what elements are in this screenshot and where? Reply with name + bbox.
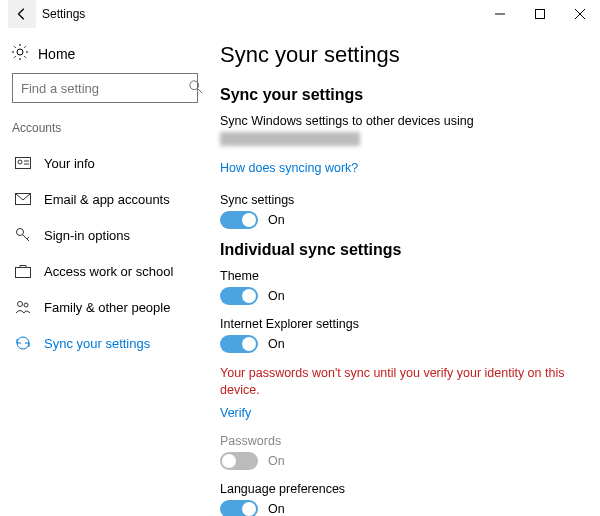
passwords-toggle (220, 452, 258, 470)
mail-icon (14, 193, 32, 205)
sidebar-item-email-accounts[interactable]: Email & app accounts (12, 181, 198, 217)
passwords-label: Passwords (220, 434, 580, 448)
lang-label: Language preferences (220, 482, 580, 496)
section-header-sync: Sync your settings (220, 86, 580, 104)
search-box[interactable] (12, 73, 198, 103)
sync-description: Sync Windows settings to other devices u… (220, 114, 580, 128)
home-label: Home (38, 46, 75, 62)
main-content: Sync your settings Sync your settings Sy… (210, 28, 600, 516)
svg-point-12 (17, 229, 24, 236)
verify-link[interactable]: Verify (220, 406, 251, 420)
ie-label: Internet Explorer settings (220, 317, 580, 331)
sidebar-item-family[interactable]: Family & other people (12, 289, 198, 325)
sync-icon (14, 335, 32, 351)
sidebar-item-label: Email & app accounts (44, 192, 170, 207)
svg-rect-15 (16, 268, 31, 278)
titlebar: Settings (0, 0, 600, 28)
sidebar-item-sync-settings[interactable]: Sync your settings (12, 325, 198, 361)
back-button[interactable] (8, 0, 36, 28)
svg-point-17 (24, 303, 28, 307)
svg-line-14 (27, 237, 29, 239)
window-title: Settings (36, 7, 480, 21)
sidebar-item-label: Sign-in options (44, 228, 130, 243)
lang-state: On (268, 502, 285, 516)
sidebar-item-label: Family & other people (44, 300, 170, 315)
lang-toggle[interactable] (220, 500, 258, 516)
search-icon (189, 80, 203, 97)
sync-settings-label: Sync settings (220, 193, 580, 207)
briefcase-icon (14, 264, 32, 278)
close-button[interactable] (560, 0, 600, 28)
sidebar-item-label: Sync your settings (44, 336, 150, 351)
page-title: Sync your settings (220, 42, 580, 68)
sync-settings-state: On (268, 213, 285, 227)
sidebar-item-work-school[interactable]: Access work or school (12, 253, 198, 289)
key-icon (14, 227, 32, 243)
search-input[interactable] (21, 81, 189, 96)
person-card-icon (14, 157, 32, 169)
sidebar-item-signin-options[interactable]: Sign-in options (12, 217, 198, 253)
svg-point-5 (190, 80, 199, 89)
account-name-redacted (220, 132, 360, 146)
ie-toggle[interactable] (220, 335, 258, 353)
theme-label: Theme (220, 269, 580, 283)
sidebar-group-header: Accounts (12, 121, 198, 135)
password-warning: Your passwords won't sync until you veri… (220, 365, 580, 399)
svg-rect-1 (536, 9, 545, 18)
gear-icon (12, 44, 28, 63)
sidebar: Home Accounts Your info Email & app acco… (0, 28, 210, 516)
minimize-button[interactable] (480, 0, 520, 28)
people-icon (14, 300, 32, 314)
section-header-individual: Individual sync settings (220, 241, 580, 259)
svg-point-4 (17, 49, 23, 55)
theme-toggle[interactable] (220, 287, 258, 305)
sidebar-item-label: Your info (44, 156, 95, 171)
sidebar-item-label: Access work or school (44, 264, 173, 279)
ie-state: On (268, 337, 285, 351)
sidebar-item-your-info[interactable]: Your info (12, 145, 198, 181)
sync-settings-toggle[interactable] (220, 211, 258, 229)
home-nav[interactable]: Home (12, 38, 198, 73)
maximize-button[interactable] (520, 0, 560, 28)
svg-line-6 (198, 88, 202, 92)
theme-state: On (268, 289, 285, 303)
help-link[interactable]: How does syncing work? (220, 161, 358, 175)
svg-point-8 (18, 160, 22, 164)
passwords-state: On (268, 454, 285, 468)
svg-point-16 (18, 302, 23, 307)
